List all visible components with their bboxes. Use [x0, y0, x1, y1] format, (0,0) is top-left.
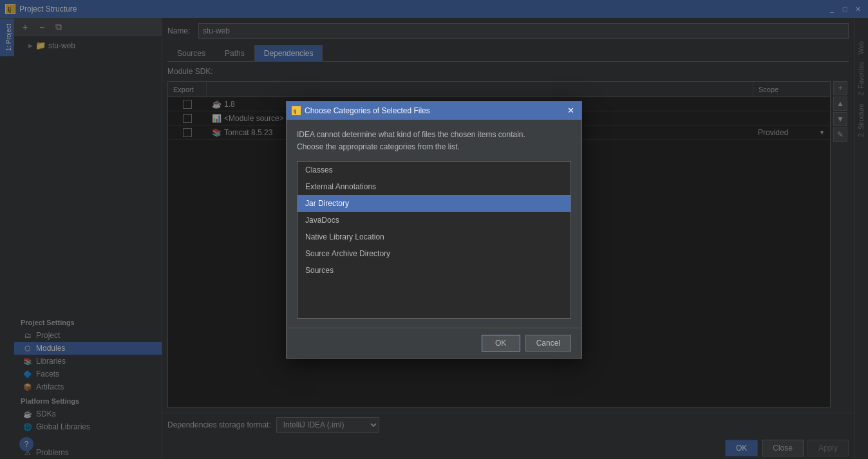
svg-text:ij: ij — [294, 109, 296, 114]
dialog-titlebar: ij Choose Categories of Selected Files ✕ — [287, 102, 581, 120]
category-item-sources[interactable]: Sources — [297, 262, 571, 279]
category-item-native-library[interactable]: Native Library Location — [297, 229, 571, 245]
dialog-title: Choose Categories of Selected Files — [305, 106, 561, 115]
dialog-description: IDEA cannot determine what kind of files… — [297, 129, 571, 153]
category-item-classes[interactable]: Classes — [297, 162, 571, 178]
dialog-desc-line2: Choose the appropriate categories from t… — [297, 141, 571, 153]
dialog-close-button[interactable]: ✕ — [565, 105, 576, 117]
category-item-jar-directory[interactable]: Jar Directory — [297, 195, 571, 212]
dialog-overlay: ij Choose Categories of Selected Files ✕… — [0, 0, 868, 459]
dialog-body: IDEA cannot determine what kind of files… — [287, 120, 581, 328]
dialog-ok-button[interactable]: OK — [482, 335, 520, 351]
dialog-footer: OK Cancel — [287, 328, 581, 358]
dialog-cancel-button[interactable]: Cancel — [525, 335, 571, 351]
choose-categories-dialog: ij Choose Categories of Selected Files ✕… — [286, 101, 582, 359]
category-list: Classes External Annotations Jar Directo… — [297, 161, 571, 319]
category-item-source-archive[interactable]: Source Archive Directory — [297, 245, 571, 262]
category-item-external-annotations[interactable]: External Annotations — [297, 178, 571, 195]
category-item-javadocs[interactable]: JavaDocs — [297, 212, 571, 229]
dialog-desc-line1: IDEA cannot determine what kind of files… — [297, 129, 571, 141]
dialog-app-icon: ij — [292, 106, 301, 115]
main-window: ij Project Structure _ □ ✕ 1: Project + … — [0, 0, 868, 459]
